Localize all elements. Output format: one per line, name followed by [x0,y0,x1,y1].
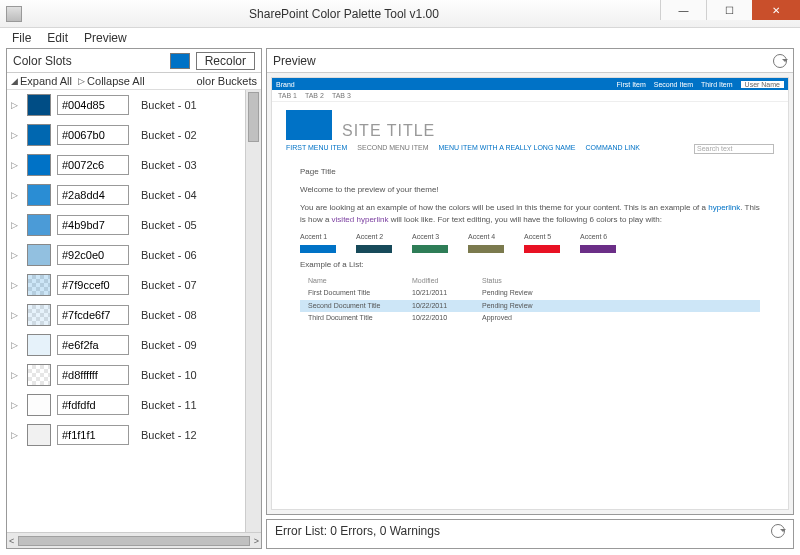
color-slots-panel: Color Slots Recolor ◢ Expand All ▷ Colla… [6,48,262,549]
expand-caret-icon[interactable]: ▷ [11,190,21,200]
accent-swatch: Accent 2 [356,232,392,253]
error-list-text: Error List: 0 Errors, 0 Warnings [275,524,440,538]
color-swatch[interactable] [27,334,51,356]
site-title: SITE TITLE [342,122,435,140]
hex-input[interactable] [57,155,129,175]
bucket-label: Bucket - 04 [135,189,241,201]
vertical-scrollbar[interactable] [245,90,261,532]
nav-item: MENU ITEM WITH A REALLY LONG NAME [439,144,576,154]
bucket-label: Bucket - 02 [135,129,241,141]
color-row[interactable]: ▷Bucket - 10 [7,360,245,390]
bucket-label: Bucket - 03 [135,159,241,171]
color-swatch[interactable] [27,124,51,146]
tab: TAB 2 [305,92,324,99]
color-row[interactable]: ▷Bucket - 01 [7,90,245,120]
recolor-button[interactable]: Recolor [196,52,255,70]
hex-input[interactable] [57,215,129,235]
color-row[interactable]: ▷Bucket - 03 [7,150,245,180]
nav-item: COMMAND LINK [586,144,640,154]
menu-edit[interactable]: Edit [39,29,76,47]
expand-caret-icon[interactable]: ▷ [11,280,21,290]
expand-caret-icon[interactable]: ▷ [11,400,21,410]
refresh-icon[interactable] [771,524,785,538]
table-row: Third Document Title10/22/2010Approved [300,312,760,325]
maximize-button[interactable]: ☐ [706,0,752,20]
hex-input[interactable] [57,335,129,355]
menu-file[interactable]: File [4,29,39,47]
hex-input[interactable] [57,95,129,115]
preview-panel: Preview Brand First Item Second Item Thi… [266,48,794,515]
bucket-label: Bucket - 06 [135,249,241,261]
preview-header: Preview [273,54,316,68]
tab: TAB 3 [332,92,351,99]
table-row: Second Document Title10/22/2011Pending R… [300,300,760,313]
color-row[interactable]: ▷Bucket - 02 [7,120,245,150]
brand-label: Brand [276,81,295,88]
expand-caret-icon[interactable]: ▷ [11,340,21,350]
bucket-label: Bucket - 07 [135,279,241,291]
current-color-swatch[interactable] [170,53,190,69]
expand-caret-icon[interactable]: ▷ [11,430,21,440]
color-swatch[interactable] [27,424,51,446]
color-swatch[interactable] [27,154,51,176]
bucket-label: Bucket - 11 [135,399,241,411]
color-row[interactable]: ▷Bucket - 12 [7,420,245,450]
expand-caret-icon[interactable]: ▷ [11,130,21,140]
list-header: Example of a List: [300,259,760,271]
color-swatch[interactable] [27,94,51,116]
expand-caret-icon[interactable]: ▷ [11,310,21,320]
bucket-label: Bucket - 09 [135,339,241,351]
color-row[interactable]: ▷Bucket - 09 [7,330,245,360]
expand-caret-icon[interactable]: ▷ [11,370,21,380]
bucket-label: Bucket - 05 [135,219,241,231]
hex-input[interactable] [57,275,129,295]
bucket-label: Bucket - 01 [135,99,241,111]
expand-caret-icon[interactable]: ▷ [11,250,21,260]
hex-input[interactable] [57,125,129,145]
color-swatch[interactable] [27,274,51,296]
hex-input[interactable] [57,305,129,325]
nav-item: SECOND MENU ITEM [357,144,428,154]
horizontal-scrollbar[interactable]: <> [7,532,261,548]
collapse-all[interactable]: Collapse All [87,75,144,87]
expand-all[interactable]: Expand All [20,75,72,87]
bucket-label: Bucket - 12 [135,429,241,441]
close-button[interactable]: ✕ [752,0,800,20]
bucket-label: Bucket - 08 [135,309,241,321]
color-swatch[interactable] [27,364,51,386]
color-row[interactable]: ▷Bucket - 07 [7,270,245,300]
color-swatch[interactable] [27,244,51,266]
accent-swatch: Accent 4 [468,232,504,253]
color-row[interactable]: ▷Bucket - 04 [7,180,245,210]
accent-swatch: Accent 3 [412,232,448,253]
color-swatch[interactable] [27,304,51,326]
color-row[interactable]: ▷Bucket - 08 [7,300,245,330]
color-swatch[interactable] [27,214,51,236]
accent-swatch: Accent 5 [524,232,560,253]
expand-caret-icon[interactable]: ▷ [11,220,21,230]
expand-caret-icon: ◢ [11,76,18,86]
nav-item: FIRST MENU ITEM [286,144,347,154]
menu-preview[interactable]: Preview [76,29,135,47]
refresh-icon[interactable] [773,54,787,68]
accent-swatch: Accent 1 [300,232,336,253]
color-swatch[interactable] [27,184,51,206]
hex-input[interactable] [57,185,129,205]
top-item: Second Item [654,81,693,88]
color-row[interactable]: ▷Bucket - 05 [7,210,245,240]
error-panel: Error List: 0 Errors, 0 Warnings [266,519,794,549]
expand-caret-icon[interactable]: ▷ [11,160,21,170]
hex-input[interactable] [57,395,129,415]
hex-input[interactable] [57,245,129,265]
minimize-button[interactable]: — [660,0,706,20]
color-row[interactable]: ▷Bucket - 06 [7,240,245,270]
top-item: First Item [617,81,646,88]
hex-input[interactable] [57,425,129,445]
bucket-label: Bucket - 10 [135,369,241,381]
titlebar: SharePoint Color Palette Tool v1.00 — ☐ … [0,0,800,28]
color-row[interactable]: ▷Bucket - 11 [7,390,245,420]
expand-caret-icon[interactable]: ▷ [11,100,21,110]
accent-swatch: Accent 6 [580,232,616,253]
hex-input[interactable] [57,365,129,385]
color-swatch[interactable] [27,394,51,416]
